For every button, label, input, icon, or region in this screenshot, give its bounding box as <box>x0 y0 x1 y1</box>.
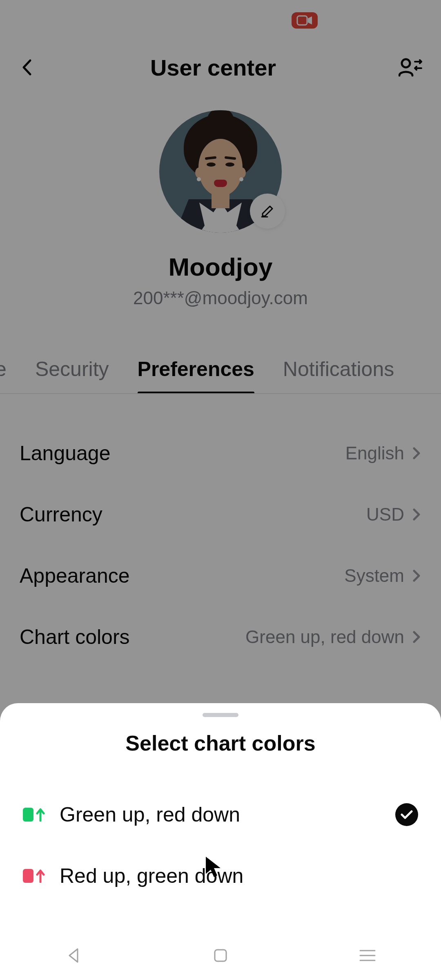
sheet-title: Select chart colors <box>0 731 441 755</box>
swatch-green-up-icon <box>23 808 45 822</box>
swatch-red-up-icon <box>23 869 45 883</box>
svg-rect-7 <box>215 950 226 961</box>
mouse-cursor-icon <box>204 856 223 880</box>
nav-home-button[interactable] <box>208 943 233 968</box>
nav-back-button[interactable] <box>61 943 86 968</box>
nav-recents-button[interactable] <box>355 943 380 968</box>
selected-check-icon <box>395 803 418 826</box>
system-nav-bar <box>0 931 441 980</box>
option-label: Green up, red down <box>60 803 240 826</box>
option-green-up[interactable]: Green up, red down <box>0 784 441 845</box>
sheet-grabber[interactable] <box>203 713 238 717</box>
